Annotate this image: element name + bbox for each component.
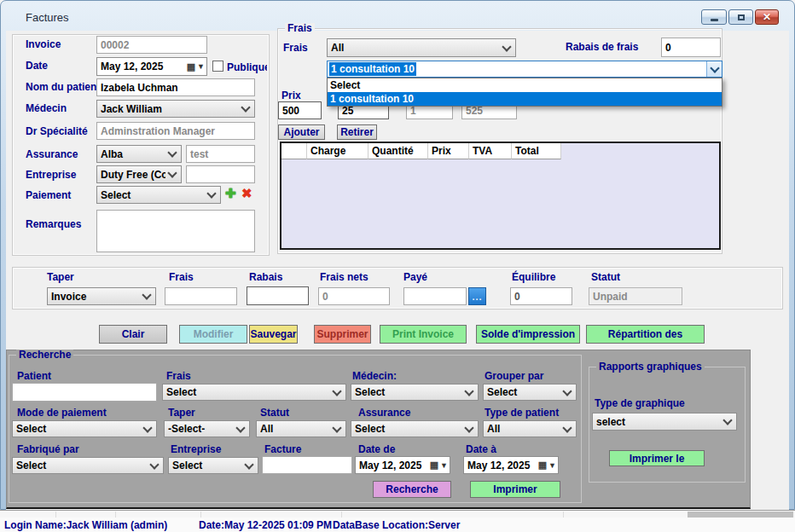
charge-combobox-selected-text: 1 consultation 10 <box>329 62 416 76</box>
grid-header-charge[interactable]: Charge <box>307 143 368 159</box>
repartition-button[interactable]: Répartition des <box>586 325 705 344</box>
scrollbar-thumb[interactable] <box>688 512 793 518</box>
grouper-par-combobox[interactable]: Select <box>483 384 577 401</box>
type-patient-combobox[interactable]: All <box>483 420 577 437</box>
search-patient-input[interactable] <box>12 383 157 402</box>
equilibre-field[interactable]: 0 <box>510 287 572 305</box>
specialite-field[interactable]: Adminstration Manager <box>96 122 255 140</box>
patient-name-label: Nom du patient <box>26 81 100 93</box>
charge-combobox[interactable]: 1 consultation 10 <box>327 61 722 78</box>
specialite-label: Dr Spécialité <box>26 125 88 137</box>
delete-payment-icon[interactable]: ✖ <box>241 187 252 200</box>
calendar-icon: ▦ <box>538 460 547 471</box>
print-invoice-button[interactable]: Print Invoice <box>380 325 467 344</box>
modifier-button[interactable]: Modifier <box>179 325 247 344</box>
rabais-de-frais-field[interactable]: 0 <box>661 38 721 57</box>
entreprise-label: Entreprise <box>26 169 76 181</box>
taper-combobox[interactable]: Invoice <box>47 287 156 305</box>
invoice-number-field[interactable]: 00002 <box>96 36 207 54</box>
type-graphique-combobox[interactable]: select <box>592 413 737 431</box>
dropdown-option-consultation[interactable]: 1 consultation 10 <box>328 92 722 106</box>
paye-browse-button[interactable]: ... <box>468 287 486 305</box>
search-assurance-combobox[interactable]: Select <box>351 420 479 437</box>
grid-header-prix[interactable]: Prix <box>428 143 469 159</box>
fabrique-par-combobox[interactable]: Select <box>12 457 164 474</box>
frais-label: Frais <box>283 42 308 54</box>
ajouter-button[interactable]: Ajouter <box>278 124 325 140</box>
totals-frais-field[interactable] <box>165 287 237 305</box>
search-frais-combobox[interactable]: Select <box>162 384 346 401</box>
chevron-down-icon <box>332 386 341 396</box>
chevron-down-icon <box>167 147 177 157</box>
invoice-label: Invoice <box>26 38 61 50</box>
chevron-down-icon <box>562 386 572 396</box>
status-database: DataBase Location:Server <box>333 519 460 531</box>
status-date: Date:May 12-2025 01:09 PM <box>199 519 332 531</box>
chevron-down-icon <box>244 460 253 469</box>
publique-checkbox[interactable] <box>212 61 223 72</box>
assurance-extra-field[interactable]: test <box>186 145 255 163</box>
rabais-de-frais-label: Rabais de frais <box>566 41 638 53</box>
solde-impression-button[interactable]: Solde d'impression <box>476 325 580 344</box>
sauvegar-button[interactable]: Sauvegar <box>249 325 298 344</box>
entreprise-combobox[interactable]: Duty Free (Co <box>96 165 182 183</box>
chevron-down-icon <box>332 423 341 432</box>
search-entreprise-combobox[interactable]: Select <box>168 457 258 474</box>
taper-label: Taper <box>47 271 74 283</box>
grid-row-selector-header <box>281 143 307 159</box>
grid-header-tva[interactable]: TVA <box>469 143 512 159</box>
statut-label: Statut <box>591 271 620 283</box>
medecin-label: Médecin <box>26 102 67 114</box>
mode-paiement-combobox[interactable]: Select <box>12 420 157 437</box>
type-patient-label: Type de patient <box>485 407 559 419</box>
chevron-down-icon <box>710 63 719 72</box>
facture-input[interactable] <box>262 456 352 474</box>
grouper-par-label: Grouper par <box>485 370 543 382</box>
clair-button[interactable]: Clair <box>99 325 167 344</box>
date-de-picker[interactable]: May 12, 2025 ▦ ▼ <box>355 456 450 474</box>
charge-combobox-dropdown-button[interactable] <box>706 61 722 77</box>
supprimer-button[interactable]: Supprimer <box>314 325 371 344</box>
chevron-down-icon <box>722 415 732 425</box>
invoice-date-picker[interactable]: May 12, 2025 ▦ ▼ <box>96 57 207 76</box>
prix-field[interactable]: 500 <box>278 101 322 119</box>
paiement-combobox[interactable]: Select <box>96 186 221 204</box>
search-patient-label: Patient <box>17 370 51 382</box>
search-statut-combobox[interactable]: All <box>256 420 346 437</box>
medecin-combobox[interactable]: Jack William <box>96 100 255 118</box>
charge-dropdown-list: Select 1 consultation 10 <box>327 78 722 107</box>
date-a-picker[interactable]: May 12, 2025 ▦ ▼ <box>463 456 559 474</box>
entreprise-extra-field[interactable] <box>186 165 255 183</box>
retirer-button[interactable]: Retirer <box>337 124 377 140</box>
chevron-down-icon <box>502 42 511 51</box>
statut-field[interactable]: Unpaid <box>589 287 682 305</box>
chevron-down-icon <box>142 423 152 432</box>
dropdown-option-select[interactable]: Select <box>328 78 722 92</box>
close-button[interactable]: ✕ <box>755 9 779 25</box>
grid-header-total[interactable]: Total <box>512 143 561 159</box>
grid-header-quantite[interactable]: Quantité <box>368 143 428 159</box>
assurance-combobox[interactable]: Alba <box>96 145 182 163</box>
recherche-button[interactable]: Recherche <box>373 481 451 498</box>
window-title: Factures <box>26 11 69 24</box>
add-payment-icon[interactable]: ✚ <box>225 187 236 200</box>
mode-paiement-label: Mode de paiement <box>17 407 107 419</box>
search-medecin-label: Médecin: <box>352 370 397 382</box>
app-screen: Factures ✕ Invoice 00002 Date May 12, 20… <box>0 0 795 532</box>
remarques-textarea[interactable] <box>96 210 255 252</box>
patient-name-field[interactable]: Izabela Uchman <box>96 78 255 96</box>
invoice-date-value: May 12, 2025 <box>99 61 187 72</box>
paye-label: Payé <box>403 271 427 283</box>
minimize-button[interactable] <box>701 9 727 25</box>
chevron-down-icon <box>149 460 159 469</box>
totals-rabais-field[interactable] <box>247 286 309 305</box>
search-statut-label: Statut <box>260 407 289 419</box>
imprimer-le-button[interactable]: Imprimer le <box>609 450 705 466</box>
imprimer-button[interactable]: Imprimer <box>470 481 560 498</box>
frais-nets-field[interactable]: 0 <box>318 287 390 305</box>
search-taper-combobox[interactable]: -Select- <box>164 420 250 437</box>
frais-filter-combobox[interactable]: All <box>327 38 516 57</box>
paye-field[interactable] <box>403 287 467 305</box>
maximize-button[interactable] <box>728 9 753 25</box>
search-medecin-combobox[interactable]: Select <box>351 384 479 401</box>
